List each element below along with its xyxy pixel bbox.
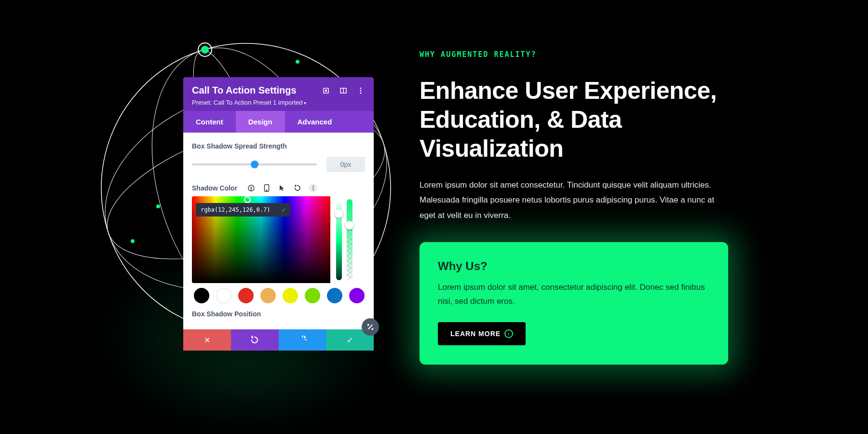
cursor-icon[interactable] [278,184,286,192]
alpha-slider[interactable] [347,199,353,280]
body-paragraph: Lorem ipsum dolor sit amet consectetur. … [420,177,728,223]
options-icon[interactable] [309,184,317,192]
preset-selector[interactable]: Preset: Call To Action Preset 1 imported [192,99,365,106]
responsive-icon[interactable] [339,86,348,95]
arrow-right-icon: › [504,329,513,338]
help-icon[interactable] [247,184,256,192]
svg-point-11 [131,239,135,243]
shadow-color-label: Shadow Color [192,184,237,192]
tab-content[interactable]: Content [183,111,236,133]
eyebrow-text: WHY AUGMENTED REALITY? [420,50,728,59]
svg-point-16 [360,87,362,89]
swatch-black[interactable] [194,288,209,303]
hue-thumb[interactable] [335,209,343,218]
spread-strength-value[interactable]: 0px [326,157,365,172]
svg-point-6 [201,46,209,54]
color-saturation-area[interactable]: rgba(12,245,126,0.7) ✓ [192,196,330,283]
svg-point-18 [360,92,362,94]
swatch-blue[interactable] [327,288,342,303]
svg-point-20 [251,190,252,190]
card-text: Lorem ipsum dolor sit amet, consectetur … [438,281,710,309]
svg-point-24 [312,188,313,189]
check-icon[interactable]: ✓ [282,206,285,213]
spread-strength-slider[interactable] [192,163,317,165]
swatch-green[interactable] [305,288,320,303]
tab-design[interactable]: Design [236,111,285,133]
undo-button[interactable] [231,329,279,351]
device-icon[interactable] [262,184,271,192]
swatch-orange[interactable] [260,288,276,303]
color-value-text: rgba(12,245,126,0.7) [201,206,271,213]
shadow-position-label: Box Shadow Position [192,310,365,318]
svg-point-13 [326,90,327,91]
svg-point-10 [156,204,160,208]
learn-more-button[interactable]: LEARN MORE › [438,322,526,345]
redo-button[interactable] [279,329,326,351]
tab-advanced[interactable]: Advanced [285,111,345,133]
card-title: Why Us? [438,259,710,273]
color-picker: rgba(12,245,126,0.7) ✓ [192,196,358,283]
headline: Enhance User Experience, Education, & Da… [420,76,728,163]
swatch-white[interactable] [216,288,231,303]
svg-point-9 [296,60,299,64]
cancel-button[interactable]: ✕ [183,329,231,351]
settings-panel: Call To Action Settings Preset: Call To … [183,77,374,351]
svg-point-17 [360,90,362,91]
expand-icon[interactable] [322,86,330,95]
panel-footer: ✕ ✓ [183,329,374,351]
cta-card: Why Us? Lorem ipsum dolor sit amet, cons… [420,242,728,365]
swatch-purple[interactable] [349,288,365,303]
swatch-red[interactable] [238,288,254,303]
swatch-yellow[interactable] [283,288,298,303]
button-label: LEARN MORE [450,330,501,338]
svg-point-5 [198,43,212,56]
content-section: WHY AUGMENTED REALITY? Enhance User Expe… [420,50,728,365]
color-cursor[interactable] [244,196,251,203]
svg-point-25 [312,190,313,190]
more-icon[interactable] [356,86,365,95]
tabs: Content Design Advanced [183,111,374,133]
slider-thumb[interactable] [251,161,258,168]
hue-slider[interactable] [336,199,342,280]
panel-title: Call To Action Settings [192,85,297,96]
color-value-input[interactable]: rgba(12,245,126,0.7) ✓ [196,203,290,217]
color-swatches [192,288,365,303]
svg-point-23 [312,186,313,187]
reset-icon[interactable] [293,184,302,192]
svg-point-22 [266,190,267,191]
resize-handle[interactable] [362,318,379,336]
panel-header: Call To Action Settings Preset: Call To … [183,77,374,111]
alpha-thumb[interactable] [345,221,354,230]
spread-strength-label: Box Shadow Spread Strength [192,142,365,150]
